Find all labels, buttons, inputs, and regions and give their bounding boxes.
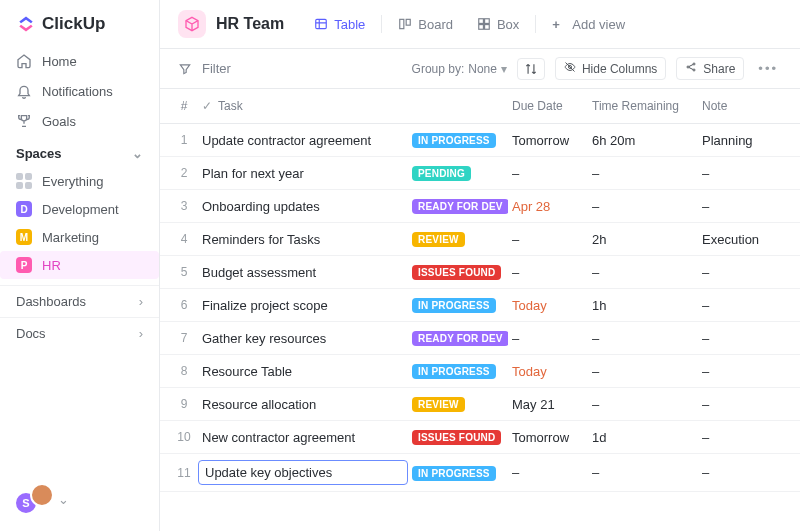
table-row[interactable]: 10 New contractor agreement ISSUES FOUND…: [160, 421, 800, 454]
col-due[interactable]: Due Date: [508, 97, 588, 115]
task-time-remaining[interactable]: –: [588, 197, 698, 216]
task-due[interactable]: May 21: [508, 395, 588, 414]
task-name[interactable]: Update key objectives: [198, 460, 408, 485]
task-due[interactable]: Tomorrow: [508, 428, 588, 447]
table-row[interactable]: 3 Onboarding updates READY FOR DEV Apr 2…: [160, 190, 800, 223]
task-time-remaining[interactable]: –: [588, 395, 698, 414]
brand[interactable]: ClickUp: [0, 8, 159, 46]
view-table[interactable]: Table: [304, 13, 375, 36]
page-title[interactable]: HR Team: [178, 10, 284, 38]
task-name[interactable]: Onboarding updates: [198, 197, 408, 216]
task-due[interactable]: –: [508, 263, 588, 282]
task-name[interactable]: Finalize project scope: [198, 296, 408, 315]
hide-columns-label: Hide Columns: [582, 62, 657, 76]
task-status[interactable]: IN PROGRESS: [408, 463, 508, 483]
task-time-remaining[interactable]: –: [588, 463, 698, 482]
task-name[interactable]: Update contractor agreement: [198, 131, 408, 150]
task-note[interactable]: –: [698, 197, 788, 216]
spaces-header[interactable]: Spaces ⌄: [0, 136, 159, 167]
task-name[interactable]: Plan for next year: [198, 164, 408, 183]
task-note[interactable]: –: [698, 296, 788, 315]
sidebar-dashboards[interactable]: Dashboards ›: [0, 285, 159, 317]
view-box[interactable]: Box: [467, 13, 529, 36]
table-row[interactable]: 4 Reminders for Tasks REVIEW – 2h Execut…: [160, 223, 800, 256]
task-note[interactable]: Execution: [698, 230, 788, 249]
task-time-remaining[interactable]: –: [588, 164, 698, 183]
table-row[interactable]: 1 Update contractor agreement IN PROGRES…: [160, 124, 800, 157]
table-row[interactable]: 11 Update key objectives IN PROGRESS – –…: [160, 454, 800, 492]
task-time-remaining[interactable]: 1d: [588, 428, 698, 447]
task-name[interactable]: Resource Table: [198, 362, 408, 381]
task-time-remaining[interactable]: 6h 20m: [588, 131, 698, 150]
task-note[interactable]: Planning: [698, 131, 788, 150]
col-status[interactable]: [408, 104, 508, 108]
col-note[interactable]: Note: [698, 97, 788, 115]
table-row[interactable]: 6 Finalize project scope IN PROGRESS Tod…: [160, 289, 800, 322]
task-name[interactable]: New contractor agreement: [198, 428, 408, 447]
task-name[interactable]: Gather key resources: [198, 329, 408, 348]
sidebar-item-marketing[interactable]: MMarketing: [0, 223, 159, 251]
table-row[interactable]: 8 Resource Table IN PROGRESS Today – –: [160, 355, 800, 388]
task-time-remaining[interactable]: 2h: [588, 230, 698, 249]
sidebar-item-everything[interactable]: Everything: [0, 167, 159, 195]
task-note[interactable]: –: [698, 428, 788, 447]
task-note[interactable]: –: [698, 463, 788, 482]
col-task[interactable]: ✓ Task: [198, 97, 408, 115]
task-time-remaining[interactable]: 1h: [588, 296, 698, 315]
sort-button[interactable]: [517, 58, 545, 80]
task-status[interactable]: READY FOR DEV: [408, 196, 508, 216]
task-status[interactable]: ISSUES FOUND: [408, 427, 508, 447]
task-name[interactable]: Resource allocation: [198, 395, 408, 414]
table-row[interactable]: 9 Resource allocation REVIEW May 21 – –: [160, 388, 800, 421]
view-switcher: Table Board Box + Add view: [304, 13, 635, 36]
table-row[interactable]: 5 Budget assessment ISSUES FOUND – – –: [160, 256, 800, 289]
task-note[interactable]: –: [698, 329, 788, 348]
add-view-button[interactable]: + Add view: [542, 13, 635, 36]
task-status[interactable]: IN PROGRESS: [408, 295, 508, 315]
task-note[interactable]: –: [698, 395, 788, 414]
filter-label[interactable]: Filter: [202, 61, 231, 76]
more-menu-button[interactable]: •••: [754, 61, 782, 76]
groupby[interactable]: Group by: None ▾: [412, 62, 507, 76]
task-name[interactable]: Budget assessment: [198, 263, 408, 282]
task-status[interactable]: IN PROGRESS: [408, 130, 508, 150]
view-board[interactable]: Board: [388, 13, 463, 36]
task-note[interactable]: –: [698, 362, 788, 381]
nav-notifications[interactable]: Notifications: [0, 76, 159, 106]
nav-goals[interactable]: Goals: [0, 106, 159, 136]
task-due[interactable]: Today: [508, 362, 588, 381]
col-num[interactable]: #: [170, 97, 198, 115]
task-status[interactable]: REVIEW: [408, 229, 508, 249]
task-status[interactable]: REVIEW: [408, 394, 508, 414]
task-due[interactable]: –: [508, 329, 588, 348]
task-status[interactable]: ISSUES FOUND: [408, 262, 508, 282]
task-time-remaining[interactable]: –: [588, 263, 698, 282]
chevron-down-icon[interactable]: ⌄: [58, 492, 69, 507]
task-name[interactable]: Reminders for Tasks: [198, 230, 408, 249]
task-status[interactable]: IN PROGRESS: [408, 361, 508, 381]
task-note[interactable]: –: [698, 263, 788, 282]
col-time[interactable]: Time Remaining: [588, 97, 698, 115]
hide-columns-button[interactable]: Hide Columns: [555, 57, 666, 80]
sidebar-item-hr[interactable]: PHR: [0, 251, 159, 279]
task-due[interactable]: –: [508, 164, 588, 183]
nav-home[interactable]: Home: [0, 46, 159, 76]
sidebar-item-development[interactable]: DDevelopment: [0, 195, 159, 223]
task-due[interactable]: Tomorrow: [508, 131, 588, 150]
avatar[interactable]: [30, 483, 54, 507]
task-time-remaining[interactable]: –: [588, 362, 698, 381]
table-row[interactable]: 2 Plan for next year PENDING – – –: [160, 157, 800, 190]
task-due[interactable]: –: [508, 230, 588, 249]
task-due[interactable]: Today: [508, 296, 588, 315]
task-status[interactable]: PENDING: [408, 163, 508, 183]
task-due[interactable]: –: [508, 463, 588, 482]
table-row[interactable]: 7 Gather key resources READY FOR DEV – –…: [160, 322, 800, 355]
task-time-remaining[interactable]: –: [588, 329, 698, 348]
filter-icon[interactable]: [178, 62, 192, 76]
task-status[interactable]: READY FOR DEV: [408, 328, 508, 348]
share-button[interactable]: Share: [676, 57, 744, 80]
task-due[interactable]: Apr 28: [508, 197, 588, 216]
sidebar-docs[interactable]: Docs ›: [0, 317, 159, 349]
task-note[interactable]: –: [698, 164, 788, 183]
view-box-label: Box: [497, 17, 519, 32]
